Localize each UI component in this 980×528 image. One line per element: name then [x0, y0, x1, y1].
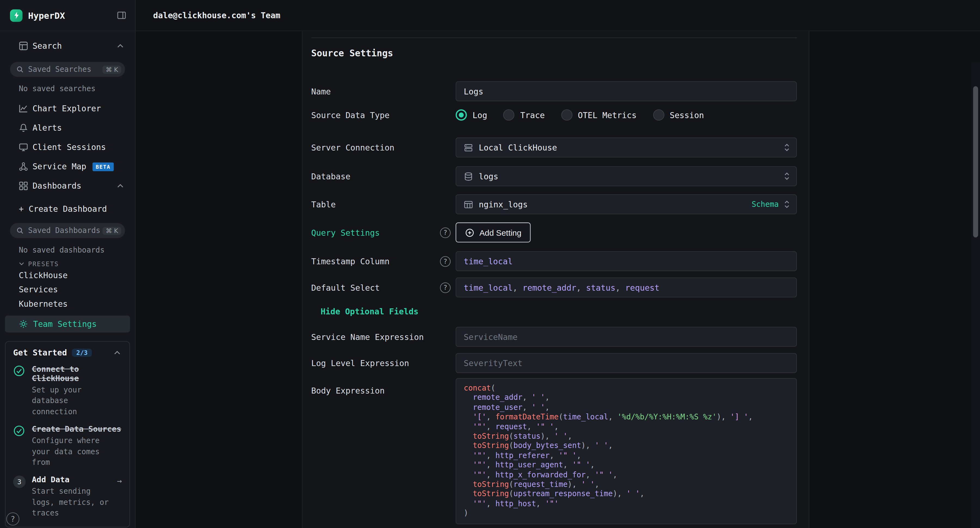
- search-icon: [16, 227, 24, 234]
- database-icon: [464, 172, 473, 181]
- sidebar-item-label: Client Sessions: [32, 142, 106, 152]
- chevron-up-icon[interactable]: [117, 43, 124, 48]
- form-row-service-name-expression: Service Name Expression: [311, 327, 797, 347]
- radio-trace[interactable]: Trace: [503, 110, 545, 121]
- server-connection-select[interactable]: Local ClickHouse: [456, 137, 797, 157]
- radio-label: Trace: [520, 110, 545, 119]
- token-separator: ,: [576, 283, 586, 292]
- create-dashboard-button[interactable]: + Create Dashboard: [0, 199, 135, 219]
- form-row-server-connection: Server Connection Local ClickHouse: [311, 137, 797, 157]
- preset-label: Kubernetes: [19, 299, 68, 309]
- radio-label: Log: [473, 110, 487, 119]
- sidebar-item-label: Dashboards: [32, 181, 81, 191]
- sidebar-item-label: Alerts: [32, 123, 62, 132]
- form-row-table: Table nginx_logs Schema: [311, 194, 797, 214]
- chevron-updown-icon: [784, 171, 790, 181]
- scrollbar-track[interactable]: [971, 63, 980, 528]
- scrollbar-thumb[interactable]: [973, 86, 978, 238]
- code-line: '"', request, '" ',: [464, 422, 789, 432]
- code-line: remote_user, ' ',: [464, 403, 789, 412]
- app-name: HyperDX: [28, 10, 65, 21]
- server-icon: [464, 143, 473, 152]
- log-level-expression-input[interactable]: [456, 353, 797, 373]
- schema-link[interactable]: Schema: [752, 200, 779, 209]
- help-icon[interactable]: ?: [440, 256, 450, 266]
- name-input[interactable]: [456, 81, 797, 101]
- sidebar-item-team-settings[interactable]: Team Settings: [5, 315, 130, 332]
- radio-log[interactable]: Log: [456, 110, 487, 121]
- preset-item-services[interactable]: Services: [0, 283, 135, 297]
- get-started-step-2[interactable]: Create Data Sources Configure where your…: [13, 424, 122, 468]
- code-line: toString(upstream_response_time), ' ',: [464, 490, 789, 499]
- sidebar-item-chart-explorer[interactable]: Chart Explorer: [0, 99, 135, 118]
- add-setting-label: Add Setting: [479, 228, 521, 237]
- code-line: toString(status), ' ',: [464, 432, 789, 441]
- form-row-timestamp-column: Timestamp Column ?: [311, 251, 797, 271]
- no-saved-searches-text: No saved searches: [0, 84, 135, 93]
- chevron-up-icon[interactable]: [114, 351, 121, 355]
- page-title: Source Settings: [311, 48, 797, 60]
- radio-session[interactable]: Session: [653, 110, 704, 121]
- sidebar-item-label: Chart Explorer: [32, 104, 101, 113]
- preset-item-kubernetes[interactable]: Kubernetes: [0, 297, 135, 311]
- radio-otel-metrics[interactable]: OTEL Metrics: [561, 110, 637, 121]
- select-value: logs: [479, 172, 498, 181]
- default-select-input[interactable]: time_local, remote_addr, status, request: [456, 277, 797, 297]
- presets-section-header[interactable]: PRESETS: [0, 259, 135, 268]
- code-line: '"', http_host, '"': [464, 499, 789, 509]
- get-started-title: Get Started: [13, 348, 67, 357]
- service-map-icon: [19, 162, 28, 171]
- help-icon[interactable]: ?: [6, 512, 19, 526]
- token-separator: ,: [616, 283, 625, 292]
- code-line: concat(: [464, 384, 789, 393]
- divider: [311, 38, 797, 38]
- radio-dot-icon[interactable]: [561, 110, 572, 121]
- timestamp-column-input[interactable]: [456, 251, 797, 271]
- hide-optional-fields-link[interactable]: Hide Optional Fields: [321, 305, 797, 317]
- select-value: nginx_logs: [479, 200, 528, 209]
- sidebar-item-client-sessions[interactable]: Client Sessions: [0, 137, 135, 157]
- get-started-header[interactable]: Get Started 2/3: [13, 348, 122, 357]
- get-started-step-3[interactable]: 3 Add Data Start sending logs, metrics, …: [13, 475, 122, 519]
- table-select[interactable]: nginx_logs Schema: [456, 194, 797, 214]
- collapse-sidebar-icon[interactable]: [117, 11, 126, 20]
- field-label: Source Data Type: [311, 110, 390, 119]
- field-label: Query Settings: [311, 228, 380, 237]
- radio-label: OTEL Metrics: [578, 110, 637, 119]
- team-settings-label: Team Settings: [33, 319, 97, 329]
- sidebar-item-service-map[interactable]: Service Map BETA: [0, 157, 135, 176]
- service-name-expression-input[interactable]: [456, 327, 797, 347]
- form-row-database: Database logs: [311, 166, 797, 186]
- saved-searches-input[interactable]: Saved Searches ⌘ K: [10, 62, 125, 77]
- saved-searches-placeholder: Saved Searches: [28, 65, 91, 74]
- preset-item-clickhouse[interactable]: ClickHouse: [0, 268, 135, 283]
- sidebar-item-search[interactable]: Search: [0, 36, 135, 55]
- sidebar-item-alerts[interactable]: Alerts: [0, 118, 135, 137]
- code-line: ): [464, 509, 789, 518]
- field-label: Timestamp Column: [311, 256, 390, 266]
- bell-icon: [19, 123, 28, 132]
- hyperdx-logo-icon: [10, 9, 22, 22]
- radio-dot-icon[interactable]: [503, 110, 514, 121]
- sidebar-item-dashboards[interactable]: Dashboards: [0, 176, 135, 196]
- dashboards-grid-icon: [19, 181, 28, 191]
- form-row-query-settings: Query Settings ? Add Setting: [311, 223, 797, 242]
- get-started-step-1[interactable]: Connect to ClickHouse Set up your databa…: [13, 364, 122, 418]
- radio-dot-icon[interactable]: [456, 110, 467, 121]
- step-description: Start sending logs, metrics, or traces: [32, 487, 111, 519]
- radio-dot-icon[interactable]: [653, 110, 664, 121]
- body-expression-code[interactable]: concat( remote_addr, ' ', remote_user, '…: [456, 378, 797, 524]
- team-title: dale@clickhouse.com's Team: [153, 11, 280, 20]
- help-icon[interactable]: ?: [440, 282, 450, 293]
- chevron-up-icon[interactable]: [117, 184, 124, 188]
- table-icon: [464, 200, 473, 209]
- field-label: Database: [311, 172, 350, 181]
- add-setting-button[interactable]: Add Setting: [456, 223, 531, 242]
- saved-dashboards-input[interactable]: Saved Dashboards ⌘ K: [10, 223, 125, 238]
- database-select[interactable]: logs: [456, 166, 797, 186]
- code-line: remote_addr, ' ',: [464, 393, 789, 403]
- code-line: '"', http_referer, '" ',: [464, 451, 789, 461]
- select-value: Local ClickHouse: [479, 143, 557, 152]
- help-icon[interactable]: ?: [440, 227, 450, 238]
- keyboard-shortcut-badge: ⌘ K: [103, 226, 121, 235]
